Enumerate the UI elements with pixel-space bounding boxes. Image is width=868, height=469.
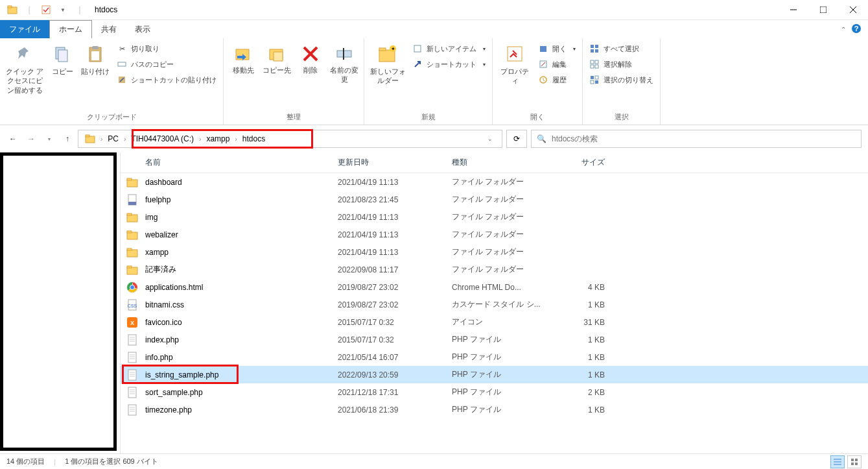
invert-icon	[589, 75, 600, 85]
file-icon	[126, 281, 139, 294]
tab-view[interactable]: 表示	[126, 20, 159, 38]
nav-back-button[interactable]: ←	[6, 132, 19, 145]
move-to-button[interactable]: 移動先	[228, 41, 259, 77]
svg-rect-56	[127, 267, 137, 274]
file-row[interactable]: fuelphp2021/08/23 21:45ファイル フォルダー	[121, 191, 868, 208]
pin-icon	[14, 43, 35, 64]
view-large-icons-button[interactable]	[847, 455, 862, 468]
new-folder-icon: ✦	[377, 43, 398, 64]
new-shortcut-button[interactable]: ショートカット▾	[410, 58, 488, 71]
view-details-button[interactable]	[830, 455, 845, 468]
svg-rect-34	[591, 49, 594, 53]
svg-rect-89	[855, 459, 858, 461]
file-row[interactable]: img2021/04/19 11:13ファイル フォルダー	[121, 208, 868, 226]
file-row[interactable]: dashboard2021/04/19 11:13ファイル フォルダー	[121, 173, 868, 191]
file-name: 記事済み	[145, 264, 338, 275]
file-row[interactable]: is_string_sample.php2022/09/13 20:59PHP …	[121, 366, 868, 383]
file-date: 2021/04/19 11:13	[338, 230, 452, 239]
tab-home[interactable]: ホーム	[49, 20, 92, 38]
file-list-pane[interactable]: 名前 更新日時 種類 サイズ dashboard2021/04/19 11:13…	[121, 152, 868, 453]
file-date: 2021/04/19 11:13	[338, 178, 452, 187]
tab-share[interactable]: 共有	[92, 20, 126, 38]
crumb-sep0[interactable]: ›	[98, 136, 105, 143]
properties-button[interactable]: プロパティ	[497, 41, 533, 88]
help-icon[interactable]: ?	[851, 23, 862, 36]
svg-rect-37	[595, 60, 598, 64]
col-header-date[interactable]: 更新日時	[338, 157, 452, 168]
cut-button[interactable]: ✂切り取り	[114, 42, 219, 55]
crumb-sep1[interactable]: ›	[121, 136, 128, 143]
col-header-name[interactable]: 名前	[121, 157, 338, 168]
crumb-sep3[interactable]: ›	[232, 136, 239, 143]
file-icon	[126, 368, 139, 381]
search-box[interactable]: 🔍 htdocsの検索	[531, 130, 862, 148]
select-none-button[interactable]: 選択解除	[587, 58, 656, 71]
svg-rect-73	[128, 370, 136, 380]
crumb-htdocs[interactable]: htdocs	[240, 134, 268, 143]
select-none-icon	[589, 59, 600, 69]
copy-to-button[interactable]: コピー先	[261, 41, 292, 77]
file-name: img	[145, 213, 338, 222]
svg-rect-41	[595, 76, 598, 79]
file-row[interactable]: CSSbitnami.css2019/08/27 23:02カスケード スタイル…	[121, 296, 868, 313]
qat-dropdown-icon[interactable]: ▼	[56, 3, 70, 17]
refresh-button[interactable]: ⟳	[506, 130, 527, 148]
paste-button[interactable]: 貼り付け	[79, 41, 111, 78]
ribbon-collapse-icon[interactable]: ⌃	[841, 26, 846, 33]
breadcrumb[interactable]: › PC › TIH0447300A (C:) › xampp › htdocs…	[78, 130, 502, 148]
nav-forward-button[interactable]: →	[25, 132, 38, 145]
rename-icon	[334, 43, 355, 64]
nav-recent-dropdown[interactable]: ▾	[43, 132, 56, 145]
paste-shortcut-button[interactable]: ショートカットの貼り付け	[114, 73, 219, 86]
crumb-sep2[interactable]: ›	[196, 136, 204, 143]
col-header-type[interactable]: 種類	[452, 157, 553, 168]
copy-button[interactable]: コピー	[48, 41, 76, 78]
rename-button[interactable]: 名前の変更	[329, 41, 360, 87]
crumb-pc[interactable]: PC	[105, 134, 121, 143]
new-item-button[interactable]: 新しいアイテム▾	[410, 42, 488, 55]
file-row[interactable]: sort_sample.php2021/12/18 17:31PHP ファイル2…	[121, 383, 868, 401]
file-row[interactable]: info.php2021/05/14 16:07PHP ファイル1 KB	[121, 348, 868, 366]
svg-rect-91	[855, 463, 858, 465]
new-folder-button[interactable]: ✦新しいフォルダー	[368, 41, 407, 88]
qat-properties-icon[interactable]	[39, 3, 53, 17]
file-row[interactable]: applications.html2019/08/27 23:02Chrome …	[121, 278, 868, 296]
file-icon: CSS	[126, 298, 139, 311]
crumb-xampp[interactable]: xampp	[204, 134, 232, 143]
file-row[interactable]: xampp2021/04/19 11:13ファイル フォルダー	[121, 243, 868, 261]
copy-path-button[interactable]: パスのコピー	[114, 58, 219, 71]
delete-button[interactable]: 削除	[295, 41, 326, 77]
file-row[interactable]: index.php2015/07/17 0:32PHP ファイル1 KB	[121, 331, 868, 348]
file-row[interactable]: timezone.php2021/06/18 21:39PHP ファイル1 KB	[121, 401, 868, 418]
select-all-button[interactable]: すべて選択	[587, 42, 656, 55]
breadcrumb-dropdown[interactable]: ⌄	[482, 136, 498, 142]
svg-rect-39	[595, 65, 598, 68]
file-date: 2022/09/13 20:59	[338, 370, 452, 379]
file-size: 1 KB	[553, 370, 611, 379]
col-header-size[interactable]: サイズ	[553, 157, 611, 168]
minimize-button[interactable]	[779, 0, 808, 20]
file-row[interactable]: Xfavicon.ico2015/07/17 0:32アイコン31 KB	[121, 313, 868, 331]
file-name: bitnami.css	[145, 300, 338, 309]
pin-button[interactable]: クイック アクセスにピン留めする	[4, 41, 45, 97]
file-name: sort_sample.php	[145, 388, 338, 397]
maximize-button[interactable]	[808, 0, 838, 20]
svg-rect-32	[591, 45, 594, 48]
invert-selection-button[interactable]: 選択の切り替え	[587, 73, 656, 86]
tab-file[interactable]: ファイル	[0, 20, 49, 38]
file-type: PHP ファイル	[452, 387, 553, 398]
file-row[interactable]: 記事済み2022/09/08 11:17ファイル フォルダー	[121, 261, 868, 278]
file-row[interactable]: webalizer2021/04/19 11:13ファイル フォルダー	[121, 226, 868, 243]
svg-rect-38	[591, 65, 594, 68]
nav-up-button[interactable]: ↑	[61, 132, 74, 145]
file-name: fuelphp	[145, 195, 338, 204]
history-button[interactable]: 履歴	[535, 73, 578, 86]
svg-rect-81	[128, 405, 136, 415]
edit-button[interactable]: 編集	[535, 58, 578, 71]
navigation-pane[interactable]	[0, 152, 121, 453]
close-button[interactable]	[838, 0, 868, 20]
edit-icon	[538, 59, 548, 69]
crumb-drive[interactable]: TIH0447300A (C:)	[128, 134, 196, 143]
column-headers[interactable]: 名前 更新日時 種類 サイズ	[121, 152, 868, 173]
open-button[interactable]: 開く▾	[535, 42, 578, 55]
